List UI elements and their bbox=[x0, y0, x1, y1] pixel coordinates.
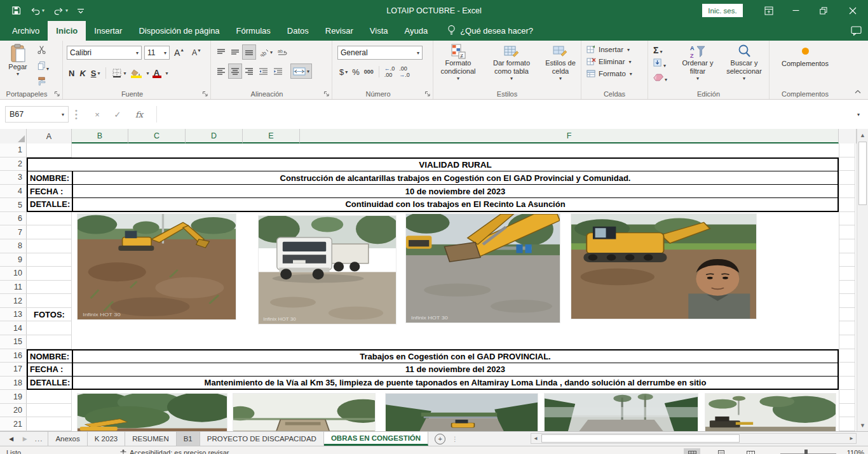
cut-icon[interactable] bbox=[37, 45, 49, 57]
photo2-via-neblina[interactable] bbox=[545, 394, 698, 431]
format-painter-icon[interactable] bbox=[37, 77, 49, 89]
currency-button[interactable]: $▾ bbox=[337, 65, 349, 79]
sheet-tab-anexos[interactable]: Anexos bbox=[48, 432, 87, 446]
cell-detalle-label[interactable]: DETALLE: bbox=[28, 198, 73, 211]
formula-bar-drag-handle[interactable]: ••• bbox=[75, 109, 78, 120]
align-top-button[interactable] bbox=[215, 45, 227, 59]
decrease-indent-button[interactable] bbox=[257, 64, 270, 78]
expand-formula-bar-icon[interactable]: ▾ bbox=[850, 106, 867, 123]
autosum-button[interactable]: Σ▾ bbox=[653, 44, 667, 56]
photo-brazo-excavadora[interactable]: Infinix HOT 30 bbox=[406, 214, 560, 323]
ribbon-display-options-icon[interactable] bbox=[755, 0, 783, 21]
photo2-arboles-excavadora[interactable] bbox=[78, 394, 227, 431]
clipboard-dialog-launcher[interactable] bbox=[54, 91, 60, 97]
minimize-button[interactable] bbox=[782, 0, 810, 21]
align-right-button[interactable] bbox=[243, 64, 255, 78]
cancel-icon[interactable]: × bbox=[89, 106, 105, 123]
restore-button[interactable] bbox=[810, 0, 837, 21]
format-as-table-button[interactable]: Dar formato como tabla▾ bbox=[486, 44, 537, 88]
horizontal-scrollbar[interactable]: ◄ ► bbox=[531, 433, 857, 444]
row-header-7[interactable]: 7 bbox=[0, 225, 27, 239]
increase-decimal-button[interactable]: ←.0.00 bbox=[383, 65, 397, 79]
photo2-retroexcavadora-setos[interactable] bbox=[386, 394, 538, 431]
vertical-scroll-thumb[interactable] bbox=[858, 142, 867, 205]
row-header-20[interactable]: 20 bbox=[0, 404, 27, 418]
prev-sheet-icon[interactable]: ◄ bbox=[8, 435, 15, 443]
sheet-tab-proyecto-de-discapacidad[interactable]: PROYECTO DE DISCAPACIDAD bbox=[200, 432, 324, 446]
column-header-b[interactable]: B bbox=[72, 129, 128, 144]
comment-icon[interactable] bbox=[851, 21, 862, 41]
cell-fecha-value[interactable]: 10 de noviembre del 2023 bbox=[73, 185, 837, 197]
vertical-scrollbar[interactable]: ▲ ▼ bbox=[857, 129, 868, 431]
comma-style-button[interactable]: 000 bbox=[362, 65, 376, 79]
align-bottom-button[interactable] bbox=[243, 45, 255, 59]
photo-volqueta-blanca[interactable]: Infinix HOT 30 bbox=[259, 216, 396, 324]
row-header-8[interactable]: 8 bbox=[0, 239, 27, 253]
photo2-arboles-maquinaria[interactable] bbox=[705, 394, 836, 431]
italic-button[interactable]: K bbox=[78, 66, 87, 80]
shrink-font-button[interactable]: A▼ bbox=[190, 46, 203, 60]
merge-center-button[interactable]: ▾ bbox=[291, 64, 311, 78]
increase-indent-button[interactable] bbox=[271, 64, 285, 78]
sheet-grid[interactable]: 123456789101112131415161718192021 VIALID… bbox=[0, 144, 857, 431]
normal-view-icon[interactable] bbox=[684, 448, 700, 454]
row-header-12[interactable]: 12 bbox=[0, 294, 27, 308]
delete-cells-button[interactable]: Eliminar▾ bbox=[587, 57, 648, 66]
sheet-tab-resumen[interactable]: RESUMEN bbox=[125, 432, 177, 446]
next-sheet-icon[interactable]: ► bbox=[21, 435, 28, 443]
sheet-overflow[interactable]: ... bbox=[35, 435, 43, 443]
cell-nombre-label[interactable]: NOMBRE: bbox=[28, 171, 73, 184]
bold-button[interactable]: N bbox=[67, 66, 76, 80]
column-header-d[interactable]: D bbox=[186, 129, 243, 144]
scroll-up-icon[interactable]: ▲ bbox=[857, 130, 868, 140]
cell-fecha2-label[interactable]: FECHA : bbox=[28, 363, 73, 376]
collapse-ribbon-icon[interactable] bbox=[854, 89, 862, 94]
zoom-level[interactable]: 110% bbox=[840, 449, 864, 454]
select-all-corner[interactable] bbox=[0, 129, 27, 144]
row-header-6[interactable]: 6 bbox=[0, 212, 27, 226]
photo-excavadora-campo[interactable]: Infinix HOT 30 bbox=[78, 214, 236, 319]
align-left-button[interactable] bbox=[215, 64, 227, 78]
clear-button[interactable]: ▾ bbox=[653, 72, 667, 84]
decrease-decimal-button[interactable]: .00→.0 bbox=[397, 65, 412, 79]
find-select-button[interactable]: Buscar y seleccionar▾ bbox=[722, 44, 766, 81]
menu-tab-inicio[interactable]: Inicio bbox=[48, 21, 86, 41]
menu-tab-archivo[interactable]: Archivo bbox=[4, 21, 48, 41]
page-layout-view-icon[interactable] bbox=[713, 448, 729, 454]
font-dialog-launcher[interactable] bbox=[202, 91, 208, 97]
row-header-9[interactable]: 9 bbox=[0, 253, 27, 267]
row-header-1[interactable]: 1 bbox=[0, 144, 27, 157]
page-break-view-icon[interactable] bbox=[742, 448, 759, 454]
row-header-13[interactable]: 13 bbox=[0, 308, 27, 322]
format-cells-button[interactable]: Formato▾ bbox=[587, 69, 648, 78]
new-sheet-button[interactable]: + bbox=[435, 434, 445, 444]
cell-detalle2-label[interactable]: DETALLE: bbox=[28, 377, 73, 389]
row-header-4[interactable]: 4 bbox=[0, 185, 27, 199]
enter-icon[interactable]: ✓ bbox=[109, 106, 126, 123]
menu-tab-disposición-de-página[interactable]: Disposición de página bbox=[130, 21, 227, 41]
number-format-select[interactable]: General▾ bbox=[337, 46, 423, 60]
wrap-text-button[interactable]: ab bbox=[276, 45, 290, 59]
font-name-select[interactable]: Calibri▾ bbox=[67, 46, 142, 60]
column-header-a[interactable]: A bbox=[27, 129, 72, 144]
row-header-16[interactable]: 16 bbox=[0, 349, 27, 363]
cell-title[interactable]: VIALIDAD RURAL bbox=[28, 159, 837, 171]
sheet-tab-b1[interactable]: B1 bbox=[177, 432, 200, 446]
number-dialog-launcher[interactable] bbox=[424, 91, 431, 97]
addins-button[interactable]: Complementos bbox=[775, 45, 836, 68]
formula-input[interactable] bbox=[156, 106, 851, 123]
accessibility-status[interactable]: Accesibilidad: es preciso revisar bbox=[130, 449, 229, 454]
scroll-left-icon[interactable]: ◄ bbox=[531, 434, 540, 443]
menu-tab-fórmulas[interactable]: Fórmulas bbox=[228, 21, 279, 41]
row-header-14[interactable]: 14 bbox=[0, 321, 27, 335]
sign-in-button[interactable]: Inic. ses. bbox=[702, 4, 743, 17]
column-header-c[interactable]: C bbox=[128, 129, 186, 144]
underline-button[interactable]: S▾ bbox=[89, 66, 102, 80]
tabbar-drag-handle[interactable]: ⋮ bbox=[452, 432, 458, 446]
font-size-select[interactable]: 11▾ bbox=[144, 46, 170, 60]
row-header-5[interactable]: 5 bbox=[0, 198, 27, 212]
cell-nombre-value[interactable]: Construcción de alcantarillas trabajos e… bbox=[73, 171, 837, 184]
row-header-18[interactable]: 18 bbox=[0, 377, 27, 391]
row-header-2[interactable]: 2 bbox=[0, 157, 27, 171]
sort-filter-button[interactable]: AZ Ordenar y filtrar▾ bbox=[676, 44, 719, 81]
